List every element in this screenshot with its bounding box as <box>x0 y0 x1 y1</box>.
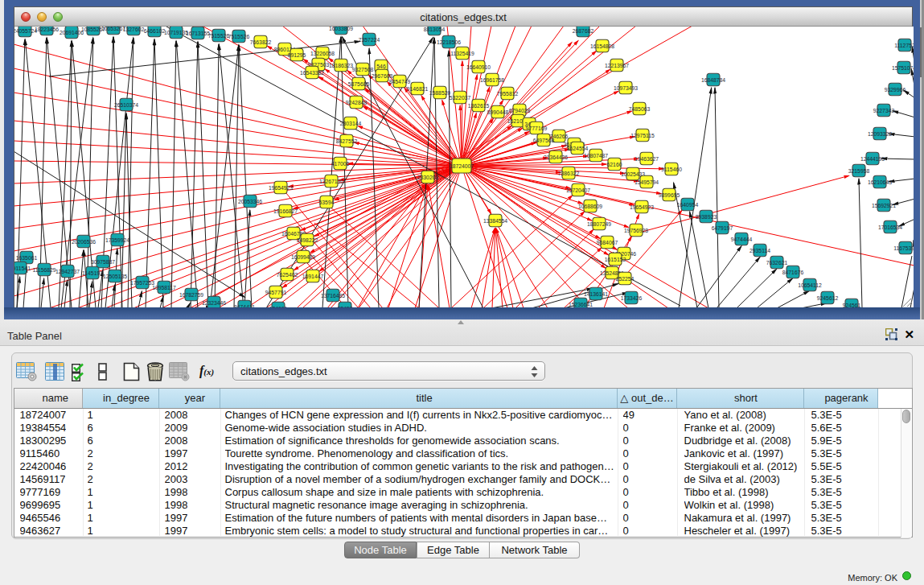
svg-text:1327602: 1327602 <box>123 27 145 32</box>
svg-text:12323446: 12323446 <box>202 300 226 306</box>
svg-text:7357224: 7357224 <box>359 37 380 43</box>
svg-text:13384554: 13384554 <box>483 218 507 224</box>
svg-text:12213967: 12213967 <box>605 63 629 68</box>
svg-text:18724007: 18724007 <box>450 163 474 169</box>
svg-text:8813054: 8813054 <box>424 27 446 32</box>
svg-text:20206536: 20206536 <box>72 239 96 245</box>
svg-text:1635061: 1635061 <box>16 255 38 261</box>
svg-text:1145193: 1145193 <box>82 270 103 276</box>
svg-text:26510374: 26510374 <box>114 102 138 108</box>
svg-text:12975115: 12975115 <box>630 133 655 138</box>
svg-text:20053346: 20053346 <box>238 199 262 204</box>
svg-text:16713155: 16713155 <box>186 31 210 36</box>
svg-text:546: 546 <box>376 64 386 69</box>
svg-text:21364436: 21364436 <box>544 154 568 160</box>
svg-text:19654923: 19654923 <box>269 185 293 191</box>
svg-text:9474411: 9474411 <box>234 304 255 308</box>
svg-text:10654112: 10654112 <box>798 282 822 288</box>
svg-text:17016534: 17016534 <box>878 225 902 230</box>
svg-text:7515526: 7515526 <box>208 33 230 39</box>
svg-text:2330203: 2330203 <box>417 175 439 180</box>
svg-text:1112752: 1112752 <box>894 43 914 48</box>
svg-text:891295: 891295 <box>288 52 306 58</box>
svg-text:30975887: 30975887 <box>91 259 115 265</box>
svg-text:7955812: 7955812 <box>497 91 519 97</box>
svg-text:5322037: 5322037 <box>450 95 471 101</box>
svg-text:17957253: 17957253 <box>130 280 154 286</box>
svg-text:1733426: 1733426 <box>621 295 643 301</box>
svg-text:417006: 417006 <box>331 161 350 167</box>
svg-text:15751074: 15751074 <box>892 65 914 71</box>
svg-text:9327508: 9327508 <box>352 67 374 72</box>
svg-text:7625402: 7625402 <box>277 272 298 278</box>
svg-text:9474444: 9474444 <box>731 237 753 242</box>
svg-text:1691447: 1691447 <box>302 274 324 279</box>
svg-text:1588520: 1588520 <box>429 90 451 96</box>
svg-text:12942737: 12942737 <box>55 269 80 274</box>
svg-text:7663822: 7663822 <box>250 39 272 45</box>
svg-text:8427552: 8427552 <box>336 138 358 144</box>
svg-text:7485063: 7485063 <box>629 106 651 112</box>
svg-text:1615152: 1615152 <box>605 257 626 262</box>
svg-text:15692921: 15692921 <box>872 203 896 208</box>
svg-text:16782759: 16782759 <box>179 292 203 298</box>
svg-text:10719135: 10719135 <box>164 30 188 35</box>
svg-text:16543382: 16543382 <box>300 70 324 76</box>
svg-text:1640954: 1640954 <box>677 202 699 208</box>
svg-text:8454749: 8454749 <box>389 79 411 84</box>
svg-text:14136141: 14136141 <box>584 291 608 297</box>
svg-text:16033809: 16033809 <box>329 27 353 31</box>
svg-text:19654923: 19654923 <box>630 204 654 210</box>
svg-text:12505135: 12505135 <box>103 274 127 279</box>
svg-text:9245612: 9245612 <box>817 295 839 301</box>
svg-text:7386322: 7386322 <box>558 171 580 176</box>
svg-text:13226058: 13226058 <box>310 51 335 56</box>
svg-text:10688609: 10688609 <box>578 204 602 209</box>
svg-text:11325419: 11325419 <box>450 51 474 56</box>
svg-text:18223456: 18223456 <box>35 27 59 32</box>
svg-text:62160: 62160 <box>607 162 622 167</box>
svg-text:9242848: 9242848 <box>346 100 368 105</box>
svg-text:13267130: 13267130 <box>319 179 343 184</box>
svg-text:6466102: 6466102 <box>144 28 166 34</box>
svg-text:6497568: 6497568 <box>533 138 555 143</box>
svg-text:12218506: 12218506 <box>437 39 461 45</box>
svg-text:3911541: 3911541 <box>14 266 31 271</box>
svg-text:10973493: 10973493 <box>614 85 638 91</box>
svg-text:2967608: 2967608 <box>372 73 393 79</box>
svg-text:6794028: 6794028 <box>509 108 531 113</box>
svg-text:3624554: 3624554 <box>567 146 589 151</box>
svg-text:16099489: 16099489 <box>291 254 315 260</box>
svg-text:12444195: 12444195 <box>860 156 885 162</box>
svg-text:9227342: 9227342 <box>873 108 895 113</box>
svg-text:17359924: 17359924 <box>105 237 129 243</box>
svg-text:2935114: 2935114 <box>749 248 770 253</box>
svg-text:1362615: 1362615 <box>468 103 490 109</box>
svg-text:18807249: 18807249 <box>587 221 611 227</box>
svg-text:9457791: 9457791 <box>265 290 287 295</box>
svg-text:11675390: 11675390 <box>893 245 914 251</box>
svg-text:252254: 252254 <box>616 276 634 282</box>
svg-text:9115460: 9115460 <box>661 167 682 172</box>
svg-text:8471676: 8471676 <box>782 270 804 275</box>
svg-text:2803144: 2803144 <box>340 121 362 126</box>
svg-text:9146821: 9146821 <box>407 86 429 92</box>
svg-text:7515526: 7515526 <box>228 34 250 39</box>
svg-text:124661: 124661 <box>269 306 288 308</box>
svg-text:7632621: 7632621 <box>766 260 788 266</box>
svg-text:53594: 53594 <box>319 200 335 205</box>
svg-text:11156829: 11156829 <box>32 267 55 273</box>
svg-text:924561: 924561 <box>843 303 861 308</box>
svg-text:9329966: 9329966 <box>885 87 906 93</box>
svg-text:16640910: 16640910 <box>466 64 491 70</box>
svg-text:10653267: 10653267 <box>101 27 125 31</box>
svg-text:15236641: 15236641 <box>569 302 593 307</box>
svg-text:16154808: 16154808 <box>590 43 614 49</box>
svg-text:8938923: 8938923 <box>696 214 717 220</box>
svg-text:93450: 93450 <box>338 306 353 308</box>
svg-text:5875685: 5875685 <box>348 81 370 87</box>
svg-text:10807487: 10807487 <box>584 153 608 159</box>
svg-text:18186323: 18186323 <box>329 63 353 68</box>
svg-text:8990448: 8990448 <box>487 109 509 115</box>
svg-text:16848784: 16848784 <box>701 77 725 83</box>
